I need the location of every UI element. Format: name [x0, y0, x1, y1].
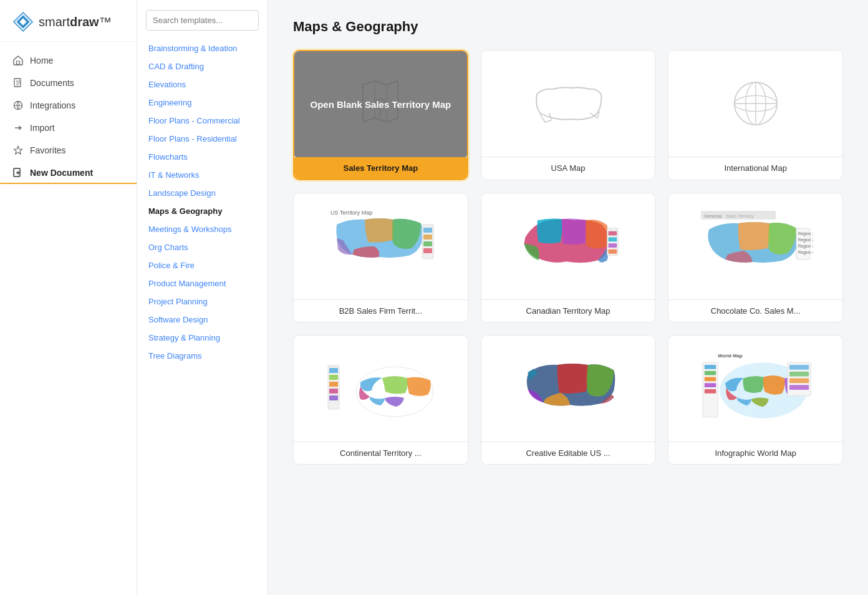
category-item-flowcharts[interactable]: Flowcharts — [137, 148, 268, 166]
svg-rect-3 — [17, 61, 20, 64]
nav-import-label: Import — [30, 123, 55, 133]
new-doc-icon — [12, 167, 24, 178]
logo-area: smartdraw™ — [0, 0, 137, 42]
svg-rect-55 — [789, 378, 809, 383]
svg-rect-48 — [704, 371, 715, 375]
category-list: Brainstorming & IdeationCAD & DraftingEl… — [137, 39, 268, 365]
nav-favorites[interactable]: Favorites — [0, 139, 137, 162]
nav-integrations-label: Integrations — [30, 100, 75, 110]
svg-marker-6 — [14, 147, 22, 155]
nav-documents-label: Documents — [30, 78, 74, 88]
svg-text:Venezia: Venezia — [704, 213, 722, 219]
category-item-maps[interactable]: Maps & Geography — [137, 202, 268, 220]
category-item-strategy[interactable]: Strategy & Planning — [137, 329, 268, 347]
nav-list: Home Documents Integrations Import Favor… — [0, 42, 137, 191]
svg-rect-25 — [609, 231, 617, 236]
category-item-engineering[interactable]: Engineering — [137, 94, 268, 112]
star-icon — [12, 145, 24, 156]
template-card-infographic-world[interactable]: World Map Infographic World Map — [668, 335, 843, 465]
svg-rect-49 — [704, 377, 715, 382]
main-content: Maps & Geography Open Blank Sales Territ… — [268, 0, 868, 595]
svg-rect-42 — [329, 395, 338, 400]
svg-rect-26 — [609, 237, 617, 241]
svg-text:Region 4: Region 4 — [798, 250, 813, 255]
template-card-b2b-sales[interactable]: US Territory Map B2B Sales Firm Territ..… — [293, 193, 468, 322]
card-label-b2b-sales: B2B Sales Firm Territ... — [294, 299, 468, 322]
svg-text:Sales Territory: Sales Territory — [726, 214, 754, 219]
nav-home-label: Home — [30, 56, 53, 65]
nav-new-document[interactable]: New Document — [0, 162, 137, 184]
templates-grid: Open Blank Sales Territory MapSales Terr… — [293, 50, 843, 465]
svg-rect-50 — [704, 383, 715, 387]
svg-rect-38 — [329, 368, 338, 373]
sidebar: smartdraw™ Home Documents Integrations I… — [0, 0, 137, 595]
svg-rect-56 — [789, 385, 809, 390]
category-item-police-fire[interactable]: Police & Fire — [137, 256, 268, 274]
category-item-project-planning[interactable]: Project Planning — [137, 293, 268, 311]
category-item-cad[interactable]: CAD & Drafting — [137, 57, 268, 75]
template-card-usa-map[interactable]: USA Map — [481, 50, 656, 180]
svg-rect-41 — [329, 389, 338, 394]
import-icon — [12, 122, 24, 133]
template-card-canadian-territory[interactable]: Canadian Territory Map — [481, 193, 656, 322]
logo-text: smartdraw™ — [39, 15, 112, 29]
nav-home[interactable]: Home — [0, 49, 137, 72]
svg-text:Region 3: Region 3 — [798, 244, 813, 249]
category-item-meetings[interactable]: Meetings & Workshops — [137, 220, 268, 238]
card-preview-continental-territory — [294, 336, 468, 442]
svg-rect-21 — [423, 235, 432, 239]
nav-import[interactable]: Import — [0, 117, 137, 139]
svg-text:Region 1: Region 1 — [798, 231, 813, 236]
card-label-international-map: International Map — [668, 157, 842, 179]
template-card-continental-territory[interactable]: Continental Territory ... — [293, 335, 468, 465]
category-panel: Brainstorming & IdeationCAD & DraftingEl… — [137, 0, 268, 595]
svg-rect-54 — [789, 372, 809, 377]
svg-rect-22 — [423, 241, 432, 246]
nav-documents[interactable]: Documents — [0, 72, 137, 94]
template-card-international-map[interactable]: International Map — [668, 50, 843, 180]
template-card-sales-territory[interactable]: Open Blank Sales Territory MapSales Terr… — [293, 50, 468, 180]
card-label-continental-territory: Continental Territory ... — [294, 442, 468, 464]
category-item-landscape[interactable]: Landscape Design — [137, 184, 268, 202]
category-item-org-charts[interactable]: Org Charts — [137, 238, 268, 256]
card-preview-sales-territory: Open Blank Sales Territory Map — [294, 51, 467, 157]
card-label-infographic-world: Infographic World Map — [668, 442, 842, 464]
card-label-creative-editable: Creative Editable US ... — [481, 442, 655, 464]
card-preview-canadian-territory — [481, 193, 655, 299]
category-item-tree-diagrams[interactable]: Tree Diagrams — [137, 347, 268, 365]
svg-rect-39 — [329, 375, 338, 380]
svg-rect-40 — [329, 382, 338, 387]
card-preview-international-map — [668, 51, 842, 157]
category-item-it-networks[interactable]: IT & Networks — [137, 166, 268, 184]
search-box — [146, 10, 259, 31]
card-label-canadian-territory: Canadian Territory Map — [481, 299, 655, 322]
card-preview-creative-editable — [481, 336, 655, 442]
doc-icon — [12, 77, 24, 89]
card-label-sales-territory: Sales Territory Map — [294, 157, 467, 179]
card-preview-usa-map — [481, 51, 655, 157]
category-item-floor-commercial[interactable]: Floor Plans - Commercial — [137, 112, 268, 130]
svg-rect-47 — [704, 365, 715, 369]
nav-new-document-label: New Document — [30, 168, 93, 178]
category-item-elevations[interactable]: Elevations — [137, 75, 268, 94]
svg-text:US Territory Map: US Territory Map — [330, 210, 372, 216]
nav-favorites-label: Favorites — [30, 145, 66, 155]
card-label-chocolate-co: Chocolate Co. Sales M... — [668, 299, 842, 322]
category-item-product-mgmt[interactable]: Product Management — [137, 274, 268, 293]
svg-rect-27 — [609, 243, 617, 248]
template-card-creative-editable[interactable]: Creative Editable US ... — [481, 335, 656, 465]
card-preview-b2b-sales: US Territory Map — [294, 193, 468, 299]
template-card-chocolate-co[interactable]: Venezia Sales Territory Region 1 Region … — [668, 193, 843, 322]
smartdraw-logo-icon — [12, 11, 34, 32]
category-item-software-design[interactable]: Software Design — [137, 311, 268, 329]
svg-text:Region 2: Region 2 — [798, 238, 813, 243]
category-item-brainstorming[interactable]: Brainstorming & Ideation — [137, 39, 268, 57]
hover-overlay-sales-territory: Open Blank Sales Territory Map — [294, 51, 467, 157]
category-item-floor-residential[interactable]: Floor Plans - Residential — [137, 130, 268, 148]
svg-rect-53 — [789, 365, 809, 370]
search-input[interactable] — [147, 11, 259, 29]
svg-text:World Map: World Map — [718, 353, 743, 359]
home-icon — [12, 55, 24, 66]
nav-integrations[interactable]: Integrations — [0, 94, 137, 117]
card-label-usa-map: USA Map — [481, 157, 655, 179]
